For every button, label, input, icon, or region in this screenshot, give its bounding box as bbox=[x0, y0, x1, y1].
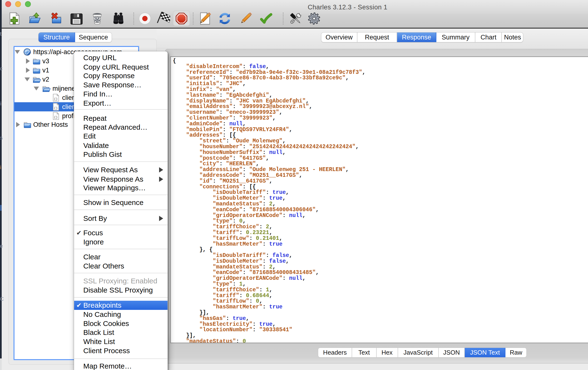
svg-text:{}: {} bbox=[54, 97, 58, 101]
svg-text:{}: {} bbox=[54, 115, 58, 119]
svg-text:{}: {} bbox=[54, 106, 58, 110]
